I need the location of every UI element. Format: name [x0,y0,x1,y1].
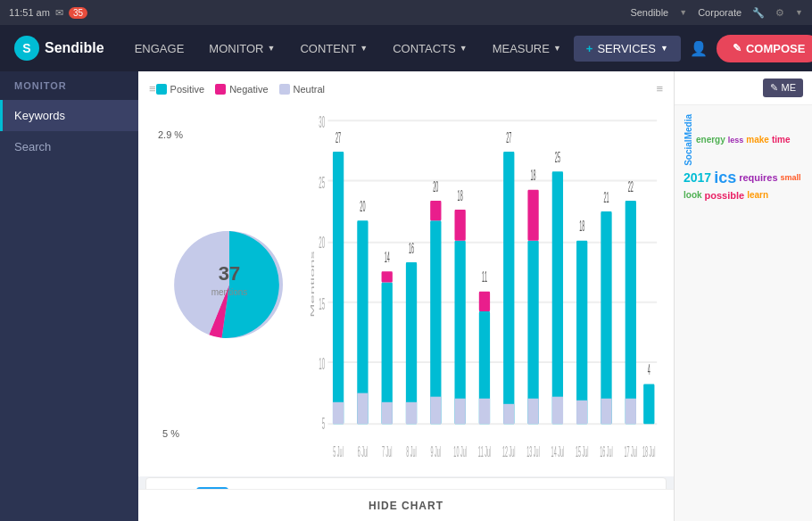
nav-contacts[interactable]: CONTACTS ▼ [380,25,479,71]
nav-right: + SERVICES ▼ 👤 ✎ COMPOSE [574,35,812,62]
word-socialmedia[interactable]: SocialMedia [684,114,693,166]
logo-text: Sendible [45,40,104,56]
current-time: 11:51 am [9,7,50,18]
negative-dot [215,84,226,95]
svg-text:9 Jul: 9 Jul [431,443,442,460]
svg-text:15 Jul: 15 Jul [576,443,589,460]
svg-rect-22 [406,262,417,424]
svg-text:5 Jul: 5 Jul [333,443,344,460]
svg-text:20: 20 [319,234,325,252]
chart-header: ≡ Positive Negative Neutral [149,82,663,95]
nav-bar: S Sendible ENGAGE MONITOR ▼ CONTENT ▼ CO… [0,25,812,71]
svg-text:12 Jul: 12 Jul [502,443,516,460]
legend-item-positive: Positive [156,84,205,95]
svg-text:25: 25 [319,174,325,192]
svg-rect-28 [454,210,465,241]
svg-text:18 Jul: 18 Jul [642,443,656,460]
svg-rect-52 [430,397,441,425]
pie-chart: 37 mentions 2.9 % 5 % [149,103,310,466]
hide-chart-button[interactable]: HIDE CHART [369,500,443,512]
chart-body: 37 mentions 2.9 % 5 % [149,103,663,466]
positive-dot [156,84,167,95]
svg-text:Mentions: Mentions [310,251,316,318]
user-icon[interactable]: 👤 [690,40,708,57]
svg-rect-35 [527,241,538,425]
svg-rect-20 [382,271,393,282]
edit-me-button[interactable]: ✎ ME [763,79,803,97]
top-bar: 11:51 am ✉ 35 Sendible ▼ Corporate 🔧 ⚙ ▼ [0,0,812,25]
svg-text:4: 4 [648,362,650,379]
svg-text:18: 18 [531,168,536,185]
pie-neu-label: 5 % [162,428,179,439]
svg-rect-40 [576,241,587,425]
svg-text:14: 14 [385,249,390,266]
svg-rect-25 [430,201,441,220]
nav-monitor[interactable]: MONITOR ▼ [196,25,287,71]
svg-text:8 Jul: 8 Jul [406,443,417,460]
svg-text:30: 30 [319,113,325,131]
pie-neg-label: 2.9 % [158,129,183,140]
svg-text:21: 21 [603,189,609,206]
chart-menu-icon: ≡ [149,82,156,95]
word-energy[interactable]: energy [696,135,725,145]
svg-text:15: 15 [319,295,325,313]
mail-icon: ✉ [55,7,63,19]
chart-legend: Positive Negative Neutral [156,84,325,95]
word-learn[interactable]: learn [747,190,768,200]
neutral-dot [279,84,290,95]
svg-rect-49 [357,393,368,425]
word-possible[interactable]: possible [705,190,745,201]
nav-measure[interactable]: MEASURE ▼ [480,25,574,71]
sidebar: MONITOR Keywords Search [0,71,138,521]
compose-button[interactable]: ✎ COMPOSE [717,35,812,62]
svg-rect-36 [527,190,538,241]
svg-text:18: 18 [579,219,584,236]
svg-rect-53 [454,399,465,424]
svg-rect-56 [527,399,538,424]
svg-rect-24 [430,220,441,424]
svg-text:18: 18 [458,187,463,204]
wordcloud: SocialMedia energy less make time 2017 i… [675,105,812,210]
right-panel: ✎ ME SocialMedia energy less make time 2… [674,71,812,521]
logo[interactable]: S Sendible [14,36,104,61]
sidebar-item-keywords[interactable]: Keywords [0,100,138,131]
svg-text:5: 5 [322,415,326,433]
word-requires[interactable]: requires [739,172,777,183]
svg-text:10 Jul: 10 Jul [453,443,467,460]
word-ics[interactable]: ics [714,169,736,187]
nav-engage[interactable]: ENGAGE [122,25,197,71]
word-make[interactable]: make [746,135,769,145]
word-2017[interactable]: 2017 [684,170,711,185]
top-bar-left: 11:51 am ✉ 35 [9,7,87,19]
svg-rect-58 [576,401,587,424]
chevron-down-icon: ▼ [267,44,275,53]
svg-text:13 Jul: 13 Jul [526,443,540,460]
legend-item-negative: Negative [215,84,268,95]
services-button[interactable]: + SERVICES ▼ [574,36,681,62]
word-small[interactable]: small [781,173,801,182]
chevron-down-icon: ▼ [360,44,368,53]
svg-text:10: 10 [319,355,325,373]
svg-rect-27 [454,241,465,425]
svg-text:14 Jul: 14 Jul [551,443,565,460]
svg-text:27: 27 [506,129,511,146]
settings-icon[interactable]: ⚙ [775,7,784,19]
svg-rect-44 [626,201,636,424]
pencil-icon: ✎ [733,42,742,54]
word-look[interactable]: look [684,190,702,200]
sidebar-item-search[interactable]: Search [0,131,138,162]
chart-options-icon: ≡ [656,82,663,95]
logo-icon: S [14,36,39,61]
hide-chart-bar: HIDE CHART [138,489,674,521]
chevron-down-icon: ▼ [795,8,803,17]
notification-badge[interactable]: 35 [69,7,87,19]
chevron-down-icon: ▼ [553,44,561,53]
chart-overlay: ≡ Positive Negative Neutral [138,71,674,476]
word-time[interactable]: time [772,135,791,145]
plus-icon: + [586,42,593,55]
svg-text:20: 20 [433,178,438,195]
svg-text:11 Jul: 11 Jul [478,443,492,460]
nav-content[interactable]: CONTENT ▼ [287,25,380,71]
word-less[interactable]: less [728,136,744,145]
svg-text:7 Jul: 7 Jul [382,443,393,460]
